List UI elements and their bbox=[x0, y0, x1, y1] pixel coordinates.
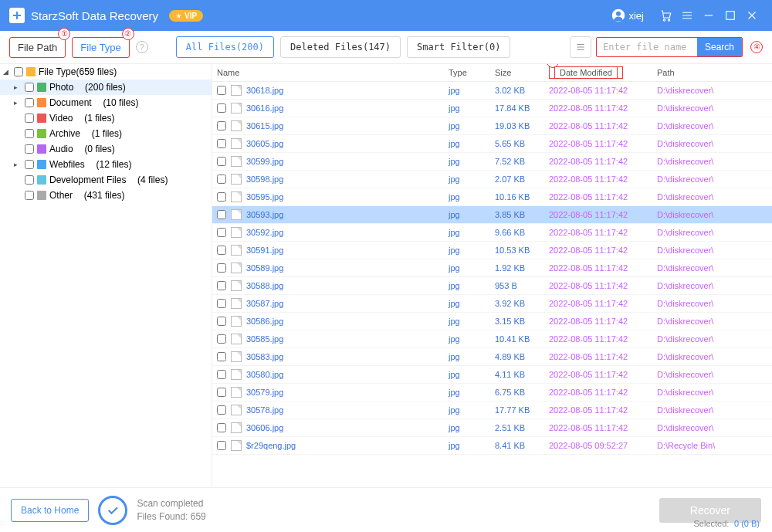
row-checkbox[interactable] bbox=[217, 246, 226, 255]
file-size: 3.02 KB bbox=[495, 86, 549, 95]
table-row[interactable]: 30580.jpg jpg 4.11 KB 2022-08-05 11:17:4… bbox=[212, 366, 772, 384]
row-checkbox[interactable] bbox=[217, 370, 226, 379]
expand-icon[interactable]: ▸ bbox=[14, 83, 22, 91]
row-checkbox[interactable] bbox=[217, 175, 226, 184]
col-header-date[interactable]: ③ Date Modified bbox=[549, 68, 657, 77]
file-path: D:\diskrecover\ bbox=[657, 317, 767, 326]
tree-item-checkbox[interactable] bbox=[25, 83, 34, 92]
help-icon[interactable]: ? bbox=[136, 41, 148, 53]
menu-icon[interactable] bbox=[676, 5, 698, 26]
toolbar: File Path ① File Type ② ? All Files(200)… bbox=[0, 31, 772, 63]
row-checkbox[interactable] bbox=[217, 441, 226, 450]
tree-item-archive[interactable]: Archive (1 files) bbox=[0, 126, 212, 141]
table-row[interactable]: 30579.jpg jpg 6.75 KB 2022-08-05 11:17:4… bbox=[212, 384, 772, 402]
table-row[interactable]: 30618.jpg jpg 3.02 KB 2022-08-05 11:17:4… bbox=[212, 82, 772, 100]
row-checkbox[interactable] bbox=[217, 210, 226, 219]
file-path: D:\diskrecover\ bbox=[657, 423, 767, 432]
tree-item-photo[interactable]: ▸ Photo (200 files) bbox=[0, 80, 212, 95]
row-checkbox[interactable] bbox=[217, 263, 226, 273]
search-box: Search bbox=[596, 37, 743, 57]
tree-item-development-files[interactable]: Development Files (4 files) bbox=[0, 172, 212, 188]
row-checkbox[interactable] bbox=[217, 281, 226, 290]
table-row[interactable]: 30587.jpg jpg 3.92 KB 2022-08-05 11:17:4… bbox=[212, 295, 772, 313]
file-type-tab[interactable]: File Type ② bbox=[72, 37, 130, 58]
table-row[interactable]: 30616.jpg jpg 17.84 KB 2022-08-05 11:17:… bbox=[212, 100, 772, 117]
filter-smart[interactable]: Smart Filter(0) bbox=[407, 36, 510, 58]
table-row[interactable]: 30589.jpg jpg 1.92 KB 2022-08-05 11:17:4… bbox=[212, 259, 772, 277]
vip-badge[interactable]: VIP bbox=[169, 10, 203, 22]
tree-item-other[interactable]: Other (431 files) bbox=[0, 188, 212, 203]
table-row[interactable]: 30583.jpg jpg 4.89 KB 2022-08-05 11:17:4… bbox=[212, 348, 772, 366]
file-name: 30598.jpg bbox=[246, 175, 283, 184]
table-row[interactable]: 30585.jpg jpg 10.41 KB 2022-08-05 11:17:… bbox=[212, 330, 772, 348]
cart-icon[interactable] bbox=[655, 5, 676, 26]
row-checkbox[interactable] bbox=[217, 299, 226, 308]
tree-root[interactable]: ◢ File Type(659 files) bbox=[0, 64, 212, 80]
tree-item-count: (431 files) bbox=[84, 190, 125, 201]
expand-icon[interactable]: ▸ bbox=[14, 161, 22, 168]
sidebar-tree[interactable]: ◢ File Type(659 files) ▸ Photo (200 file… bbox=[0, 64, 212, 487]
row-checkbox[interactable] bbox=[217, 423, 226, 432]
table-row[interactable]: 30591.jpg jpg 10.53 KB 2022-08-05 11:17:… bbox=[212, 242, 772, 259]
tree-item-audio[interactable]: Audio (0 files) bbox=[0, 141, 212, 157]
list-view-icon[interactable] bbox=[570, 36, 591, 58]
titlebar: StarzSoft Data Recovery VIP xiej bbox=[0, 0, 772, 31]
file-name: 30599.jpg bbox=[246, 157, 283, 166]
tree-item-webfiles[interactable]: ▸ Webfiles (12 files) bbox=[0, 157, 212, 172]
close-icon[interactable] bbox=[741, 5, 763, 26]
minimize-icon[interactable] bbox=[698, 5, 720, 26]
row-checkbox[interactable] bbox=[217, 317, 226, 326]
row-checkbox[interactable] bbox=[217, 86, 226, 95]
col-header-size[interactable]: Size bbox=[495, 68, 549, 77]
row-checkbox[interactable] bbox=[217, 405, 226, 415]
tree-item-document[interactable]: ▸ Document (10 files) bbox=[0, 95, 212, 110]
table-row[interactable]: 30598.jpg jpg 2.07 KB 2022-08-05 11:17:4… bbox=[212, 171, 772, 188]
col-header-type[interactable]: Type bbox=[449, 68, 495, 77]
tree-item-checkbox[interactable] bbox=[25, 129, 34, 138]
tree-item-checkbox[interactable] bbox=[25, 160, 34, 169]
table-row[interactable]: 30605.jpg jpg 5.65 KB 2022-08-05 11:17:4… bbox=[212, 135, 772, 153]
filter-deleted-files[interactable]: Deleted Files(147) bbox=[280, 36, 401, 58]
table-row[interactable]: 30599.jpg jpg 7.52 KB 2022-08-05 11:17:4… bbox=[212, 153, 772, 171]
filter-all-files[interactable]: All Files(200) bbox=[176, 36, 274, 58]
row-checkbox[interactable] bbox=[217, 157, 226, 166]
svg-point-2 bbox=[663, 19, 665, 21]
user-account[interactable]: xiej bbox=[611, 8, 644, 22]
search-button[interactable]: Search bbox=[697, 38, 742, 56]
back-to-home-button[interactable]: Back to Home bbox=[11, 499, 89, 522]
category-icon bbox=[37, 98, 46, 107]
table-row[interactable]: 30578.jpg jpg 17.77 KB 2022-08-05 11:17:… bbox=[212, 402, 772, 419]
expand-icon[interactable]: ▸ bbox=[14, 99, 22, 107]
tree-item-video[interactable]: Video (1 files) bbox=[0, 110, 212, 126]
file-path-tab[interactable]: File Path ① bbox=[9, 37, 66, 58]
search-input[interactable] bbox=[597, 38, 697, 56]
row-checkbox[interactable] bbox=[217, 103, 226, 113]
row-checkbox[interactable] bbox=[217, 388, 226, 397]
row-checkbox[interactable] bbox=[217, 352, 226, 361]
row-checkbox[interactable] bbox=[217, 139, 226, 148]
file-size: 5.65 KB bbox=[495, 139, 549, 148]
col-header-path[interactable]: Path bbox=[657, 68, 767, 77]
tree-item-checkbox[interactable] bbox=[25, 175, 34, 185]
tree-root-checkbox[interactable] bbox=[14, 67, 23, 76]
row-checkbox[interactable] bbox=[217, 228, 226, 237]
table-row[interactable]: 30588.jpg jpg 953 B 2022-08-05 11:17:42 … bbox=[212, 277, 772, 295]
collapse-icon[interactable]: ◢ bbox=[3, 68, 11, 76]
col-header-name[interactable]: Name bbox=[217, 68, 449, 77]
table-row[interactable]: $r29qeng.jpg jpg 8.41 KB 2022-08-05 09:5… bbox=[212, 437, 772, 455]
tree-item-checkbox[interactable] bbox=[25, 144, 34, 154]
tree-root-label: File Type(659 files) bbox=[39, 66, 117, 77]
tree-item-checkbox[interactable] bbox=[25, 98, 34, 107]
tree-item-checkbox[interactable] bbox=[25, 114, 34, 123]
table-row[interactable]: 30615.jpg jpg 19.03 KB 2022-08-05 11:17:… bbox=[212, 117, 772, 135]
table-row[interactable]: 30593.jpg jpg 3.85 KB 2022-08-05 11:17:4… bbox=[212, 206, 772, 224]
row-checkbox[interactable] bbox=[217, 121, 226, 130]
row-checkbox[interactable] bbox=[217, 334, 226, 344]
maximize-icon[interactable] bbox=[720, 5, 741, 26]
table-row[interactable]: 30592.jpg jpg 9.66 KB 2022-08-05 11:17:4… bbox=[212, 224, 772, 242]
row-checkbox[interactable] bbox=[217, 192, 226, 202]
table-row[interactable]: 30586.jpg jpg 3.15 KB 2022-08-05 11:17:4… bbox=[212, 313, 772, 330]
table-row[interactable]: 30606.jpg jpg 2.51 KB 2022-08-05 11:17:4… bbox=[212, 419, 772, 437]
tree-item-checkbox[interactable] bbox=[25, 191, 34, 200]
table-row[interactable]: 30595.jpg jpg 10.16 KB 2022-08-05 11:17:… bbox=[212, 188, 772, 206]
